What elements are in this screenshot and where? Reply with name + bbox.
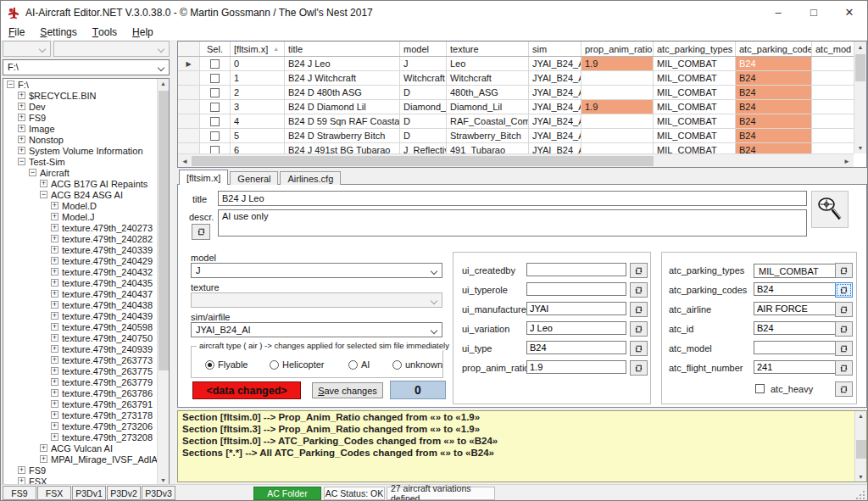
menu-item[interactable]: File (1, 24, 32, 40)
copy-to-all-button[interactable] (630, 321, 648, 337)
tree-expander-icon[interactable]: + (51, 356, 58, 364)
column-header-model[interactable]: model (400, 42, 447, 56)
table-row[interactable]: 4 B24 D 59 Sqn RAF Coastal Command D RAF… (178, 114, 866, 129)
resize-grip-icon[interactable] (856, 491, 865, 500)
scrollbar-thumb[interactable] (192, 156, 654, 166)
row-checkbox[interactable] (210, 131, 220, 141)
field-input[interactable] (754, 302, 847, 315)
copy-to-all-button[interactable] (835, 263, 853, 278)
tree-expander-icon[interactable]: + (51, 422, 58, 430)
tree-item[interactable]: + texture.479th_240273 (3, 222, 169, 233)
radio-option-flyable[interactable]: Flyable (205, 359, 248, 370)
field-input[interactable] (526, 263, 626, 276)
copy-to-all-button[interactable] (630, 282, 648, 298)
row-checkbox[interactable] (210, 88, 220, 97)
toolbar-combo-2[interactable] (53, 41, 170, 57)
tree-expander-icon[interactable]: − (29, 169, 36, 176)
tree-expander-icon[interactable]: + (18, 466, 25, 474)
column-header-prop-anim-ratio[interactable]: prop_anim_ratio (581, 42, 654, 56)
tree-item[interactable]: − ACG B24 ASG AI (3, 189, 169, 200)
tree-expander-icon[interactable]: + (40, 180, 47, 187)
tree-item[interactable]: + MPAI_Mirage_IVSF_AdlA (3, 454, 169, 465)
copy-to-all-button[interactable] (835, 321, 853, 337)
tree-item[interactable]: + Model.D (3, 200, 169, 211)
tree-expander-icon[interactable]: + (51, 367, 58, 375)
tree-item[interactable]: + texture.479th_240429 (3, 255, 169, 266)
field-input[interactable] (526, 302, 626, 315)
descr-textarea[interactable]: AI use only (218, 209, 807, 237)
tab[interactable]: General (230, 171, 278, 185)
tree-expander-icon[interactable]: + (18, 147, 25, 154)
tree-expander-icon[interactable]: + (51, 301, 58, 309)
sim-version-tab[interactable]: FSX (37, 486, 71, 500)
menu-item[interactable]: Settings (32, 24, 84, 40)
row-checkbox[interactable] (210, 146, 220, 154)
copy-to-all-button[interactable] (835, 341, 853, 356)
tree-expander-icon[interactable]: + (51, 257, 58, 264)
tree-item[interactable]: + texture.479th_263775 (3, 365, 169, 376)
menu-item[interactable]: Help (125, 24, 161, 40)
tree-item[interactable]: + texture.479th_240598 (3, 321, 169, 332)
field-input[interactable] (754, 321, 847, 335)
field-input[interactable] (754, 360, 847, 374)
sim-version-tab[interactable]: P3Dv3 (142, 486, 175, 500)
field-input[interactable] (754, 341, 847, 354)
tree-expander-icon[interactable]: + (18, 136, 25, 143)
tree-item[interactable]: + $RECYCLE.BIN (3, 90, 169, 101)
column-header-sim[interactable]: sim (529, 42, 581, 56)
table-row[interactable]: 1 B24 J Witchcraft Witchcraft Witchcraft… (178, 71, 866, 86)
drive-selector[interactable]: F:\ (3, 59, 170, 75)
atc-parking-types-combobox[interactable]: MIL_COMBAT (754, 264, 847, 278)
tree-item[interactable]: + texture.479th_240282 (3, 233, 169, 244)
tree-item[interactable]: + texture.479th_240437 (3, 288, 169, 299)
table-row[interactable]: 6 B24 J 491st BG Tubarao J_Reflective 49… (178, 143, 866, 153)
save-changes-button[interactable]: Save changes (312, 382, 383, 398)
sim-airfile-combobox[interactable]: JYAI_B24_AI (191, 322, 442, 337)
copy-to-all-button[interactable] (835, 381, 853, 397)
table-row[interactable]: ▶ 0 B24 J Leo J Leo JYAI_B24_AI 1.9 MIL_… (178, 57, 866, 71)
tree-item[interactable]: + texture.479th_240750 (3, 332, 169, 343)
table-row[interactable]: 3 B24 D Diamond Lil Diamond_Lil Diamond_… (178, 100, 866, 114)
tree-expander-icon[interactable]: + (40, 455, 47, 463)
copy-to-all-button[interactable] (630, 341, 648, 356)
tree-item[interactable]: + FS9 (3, 112, 169, 123)
search-aircraft-button[interactable] (811, 191, 849, 228)
tree-expander-icon[interactable]: + (51, 268, 58, 276)
tree-item[interactable]: + Dev (3, 101, 169, 112)
field-input[interactable] (526, 360, 626, 374)
tree-expander-icon[interactable]: + (51, 202, 58, 209)
tree-item[interactable]: + Nonstop (3, 134, 169, 145)
column-header-fltsim[interactable]: [fltsim.x] ▲ (231, 42, 285, 56)
tree-item[interactable]: + ACG Vulcan AI (3, 443, 169, 454)
tree-expander-icon[interactable]: + (51, 290, 58, 298)
copy-to-all-button[interactable] (835, 282, 853, 298)
log-scrollbar[interactable]: ▲ ▼ (854, 411, 866, 482)
table-row[interactable]: 2 B24 D 480th ASG D 480th_ASG JYAI_B24_A… (178, 86, 866, 100)
copy-to-all-button[interactable] (835, 302, 853, 317)
scrollbar-thumb[interactable] (856, 440, 866, 459)
tree-expander-icon[interactable]: + (51, 323, 58, 331)
tree-expander-icon[interactable]: − (40, 191, 47, 198)
title-input[interactable] (218, 191, 807, 206)
field-input[interactable] (526, 282, 626, 296)
copy-to-all-button[interactable] (835, 360, 853, 376)
tree-item[interactable]: + texture.479th_240939 (3, 343, 169, 354)
scrollbar-thumb[interactable] (159, 91, 169, 370)
field-input[interactable] (526, 341, 626, 354)
tree-expander-icon[interactable]: + (18, 92, 25, 99)
radio-option-helicopter[interactable]: Helicopter (270, 359, 325, 370)
grid-vertical-scrollbar[interactable]: ▲ ▼ (854, 42, 866, 153)
tree-expander-icon[interactable]: + (51, 400, 58, 408)
texture-combobox[interactable] (191, 292, 442, 308)
model-combobox[interactable]: J (191, 263, 442, 278)
maximize-button[interactable]: □ (796, 1, 832, 24)
column-header-sel[interactable]: Sel. (200, 42, 231, 56)
tree-item[interactable]: − F:\ (3, 79, 169, 90)
minimize-button[interactable]: – (760, 1, 796, 24)
field-input[interactable] (754, 282, 847, 296)
tab[interactable]: Airlines.cfg (280, 171, 341, 185)
descr-copy-to-all-button[interactable] (192, 224, 210, 240)
scroll-right-icon[interactable]: ► (843, 158, 850, 165)
tree-item[interactable]: + Model.J (3, 211, 169, 222)
tree-expander-icon[interactable]: + (18, 103, 25, 110)
